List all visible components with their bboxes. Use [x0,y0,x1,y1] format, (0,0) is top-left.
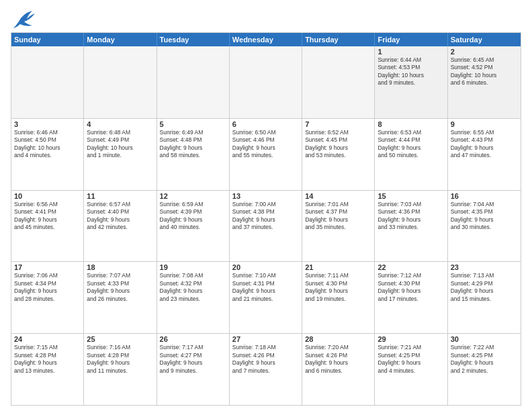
day-number: 27 [232,335,299,343]
calendar-cell: 13Sunrise: 7:00 AM Sunset: 4:38 PM Dayli… [230,191,302,262]
day-number: 19 [160,263,226,271]
calendar-row-1: 3Sunrise: 6:46 AM Sunset: 4:50 PM Daylig… [11,118,521,190]
day-info: Sunrise: 7:13 AM Sunset: 4:29 PM Dayligh… [451,272,518,303]
calendar-row-3: 17Sunrise: 7:06 AM Sunset: 4:34 PM Dayli… [11,261,521,333]
weekday-header-thursday: Thursday [302,33,375,46]
day-number: 15 [378,192,444,200]
day-number: 21 [305,263,371,271]
calendar-cell [302,46,375,118]
calendar-cell: 19Sunrise: 7:08 AM Sunset: 4:32 PM Dayli… [157,262,230,333]
day-info: Sunrise: 7:16 AM Sunset: 4:28 PM Dayligh… [87,344,153,375]
calendar-header: SundayMondayTuesdayWednesdayThursdayFrid… [11,33,521,46]
day-info: Sunrise: 7:22 AM Sunset: 4:25 PM Dayligh… [451,344,518,375]
day-number: 4 [87,120,153,128]
day-info: Sunrise: 7:11 AM Sunset: 4:30 PM Dayligh… [305,272,371,303]
day-info: Sunrise: 6:56 AM Sunset: 4:41 PM Dayligh… [14,201,81,232]
weekday-header-monday: Monday [84,33,157,46]
calendar-row-2: 10Sunrise: 6:56 AM Sunset: 4:41 PM Dayli… [11,190,521,262]
day-info: Sunrise: 7:18 AM Sunset: 4:26 PM Dayligh… [232,344,299,375]
day-info: Sunrise: 6:46 AM Sunset: 4:50 PM Dayligh… [14,129,81,160]
day-info: Sunrise: 7:15 AM Sunset: 4:28 PM Dayligh… [14,344,81,375]
calendar-cell: 9Sunrise: 6:55 AM Sunset: 4:43 PM Daylig… [448,119,521,190]
calendar-cell: 24Sunrise: 7:15 AM Sunset: 4:28 PM Dayli… [11,334,84,405]
calendar-cell [84,46,157,118]
day-info: Sunrise: 6:50 AM Sunset: 4:46 PM Dayligh… [232,129,299,160]
calendar-cell: 2Sunrise: 6:45 AM Sunset: 4:52 PM Daylig… [448,46,521,118]
calendar-cell: 7Sunrise: 6:52 AM Sunset: 4:45 PM Daylig… [302,119,375,190]
calendar: SundayMondayTuesdayWednesdayThursdayFrid… [11,32,521,406]
day-number: 5 [160,120,226,128]
day-info: Sunrise: 7:00 AM Sunset: 4:38 PM Dayligh… [232,201,299,232]
calendar-cell: 14Sunrise: 7:01 AM Sunset: 4:37 PM Dayli… [302,191,375,262]
calendar-cell: 28Sunrise: 7:20 AM Sunset: 4:26 PM Dayli… [302,334,375,405]
day-info: Sunrise: 6:49 AM Sunset: 4:48 PM Dayligh… [160,129,226,160]
day-info: Sunrise: 7:10 AM Sunset: 4:31 PM Dayligh… [232,272,299,303]
day-info: Sunrise: 6:44 AM Sunset: 4:53 PM Dayligh… [378,56,444,87]
logo-bird-icon [13,8,35,28]
calendar-cell: 1Sunrise: 6:44 AM Sunset: 4:53 PM Daylig… [375,46,447,118]
day-number: 14 [305,192,371,200]
day-number: 17 [14,263,81,271]
calendar-cell: 27Sunrise: 7:18 AM Sunset: 4:26 PM Dayli… [230,334,302,405]
calendar-cell [11,46,84,118]
day-number: 1 [378,48,444,56]
day-info: Sunrise: 6:53 AM Sunset: 4:44 PM Dayligh… [378,129,444,160]
day-number: 30 [451,335,518,343]
calendar-cell: 11Sunrise: 6:57 AM Sunset: 4:40 PM Dayli… [84,191,157,262]
day-info: Sunrise: 7:21 AM Sunset: 4:25 PM Dayligh… [378,344,444,375]
day-info: Sunrise: 7:04 AM Sunset: 4:35 PM Dayligh… [451,201,518,232]
day-number: 29 [378,335,444,343]
day-info: Sunrise: 6:59 AM Sunset: 4:39 PM Dayligh… [160,201,226,232]
calendar-cell: 16Sunrise: 7:04 AM Sunset: 4:35 PM Dayli… [448,191,521,262]
day-info: Sunrise: 7:01 AM Sunset: 4:37 PM Dayligh… [305,201,371,232]
day-info: Sunrise: 6:48 AM Sunset: 4:49 PM Dayligh… [87,129,153,160]
calendar-cell: 5Sunrise: 6:49 AM Sunset: 4:48 PM Daylig… [157,119,230,190]
logo [11,8,35,28]
day-info: Sunrise: 7:17 AM Sunset: 4:27 PM Dayligh… [160,344,226,375]
day-info: Sunrise: 6:55 AM Sunset: 4:43 PM Dayligh… [451,129,518,160]
page: SundayMondayTuesdayWednesdayThursdayFrid… [0,0,532,411]
calendar-cell: 21Sunrise: 7:11 AM Sunset: 4:30 PM Dayli… [302,262,375,333]
weekday-header-saturday: Saturday [448,33,521,46]
weekday-header-tuesday: Tuesday [157,33,230,46]
day-number: 3 [14,120,81,128]
calendar-cell: 25Sunrise: 7:16 AM Sunset: 4:28 PM Dayli… [84,334,157,405]
day-number: 22 [378,263,444,271]
day-info: Sunrise: 7:08 AM Sunset: 4:32 PM Dayligh… [160,272,226,303]
calendar-cell: 29Sunrise: 7:21 AM Sunset: 4:25 PM Dayli… [375,334,447,405]
day-info: Sunrise: 7:07 AM Sunset: 4:33 PM Dayligh… [87,272,153,303]
day-info: Sunrise: 7:12 AM Sunset: 4:30 PM Dayligh… [378,272,444,303]
weekday-header-sunday: Sunday [11,33,84,46]
day-info: Sunrise: 7:03 AM Sunset: 4:36 PM Dayligh… [378,201,444,232]
day-info: Sunrise: 7:06 AM Sunset: 4:34 PM Dayligh… [14,272,81,303]
weekday-header-friday: Friday [375,33,447,46]
calendar-cell: 10Sunrise: 6:56 AM Sunset: 4:41 PM Dayli… [11,191,84,262]
day-number: 26 [160,335,226,343]
calendar-cell: 30Sunrise: 7:22 AM Sunset: 4:25 PM Dayli… [448,334,521,405]
day-number: 10 [14,192,81,200]
calendar-cell: 4Sunrise: 6:48 AM Sunset: 4:49 PM Daylig… [84,119,157,190]
day-number: 16 [451,192,518,200]
calendar-body: 1Sunrise: 6:44 AM Sunset: 4:53 PM Daylig… [11,46,521,405]
day-info: Sunrise: 6:45 AM Sunset: 4:52 PM Dayligh… [451,56,518,87]
day-number: 8 [378,120,444,128]
calendar-cell: 26Sunrise: 7:17 AM Sunset: 4:27 PM Dayli… [157,334,230,405]
header [11,8,521,28]
weekday-header-wednesday: Wednesday [230,33,302,46]
calendar-cell: 18Sunrise: 7:07 AM Sunset: 4:33 PM Dayli… [84,262,157,333]
day-info: Sunrise: 7:20 AM Sunset: 4:26 PM Dayligh… [305,344,371,375]
day-number: 11 [87,192,153,200]
day-number: 28 [305,335,371,343]
calendar-cell: 15Sunrise: 7:03 AM Sunset: 4:36 PM Dayli… [375,191,447,262]
day-info: Sunrise: 6:57 AM Sunset: 4:40 PM Dayligh… [87,201,153,232]
calendar-cell: 8Sunrise: 6:53 AM Sunset: 4:44 PM Daylig… [375,119,447,190]
calendar-cell: 3Sunrise: 6:46 AM Sunset: 4:50 PM Daylig… [11,119,84,190]
calendar-cell [157,46,230,118]
calendar-cell: 22Sunrise: 7:12 AM Sunset: 4:30 PM Dayli… [375,262,447,333]
calendar-row-0: 1Sunrise: 6:44 AM Sunset: 4:53 PM Daylig… [11,46,521,118]
calendar-cell: 23Sunrise: 7:13 AM Sunset: 4:29 PM Dayli… [448,262,521,333]
day-number: 13 [232,192,299,200]
day-number: 7 [305,120,371,128]
calendar-cell: 6Sunrise: 6:50 AM Sunset: 4:46 PM Daylig… [230,119,302,190]
day-number: 24 [14,335,81,343]
